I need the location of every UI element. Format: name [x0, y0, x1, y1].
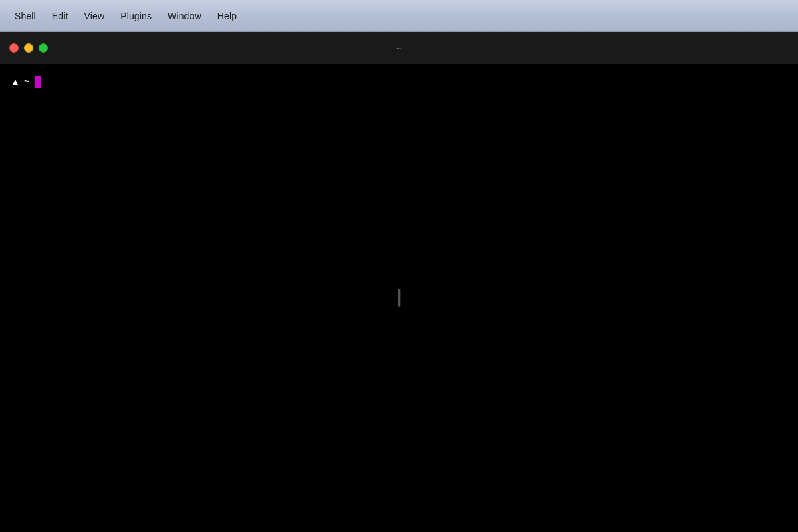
text-cursor-center: ┃	[395, 289, 404, 307]
prompt-directory: ~	[24, 76, 29, 87]
terminal-content[interactable]: ▲ ~ ┃	[0, 64, 798, 532]
menu-help[interactable]: Help	[211, 8, 243, 24]
traffic-lights	[9, 43, 48, 53]
menubar: Shell Edit View Plugins Window Help	[0, 0, 798, 32]
terminal-title: ~	[396, 43, 402, 53]
menu-view[interactable]: View	[78, 8, 112, 24]
maximize-button[interactable]	[39, 43, 48, 53]
terminal-titlebar: ~	[0, 32, 798, 64]
terminal-cursor	[35, 76, 41, 88]
menu-plugins[interactable]: Plugins	[114, 8, 158, 24]
menu-edit[interactable]: Edit	[45, 8, 75, 24]
menu-shell[interactable]: Shell	[8, 8, 43, 24]
menu-window[interactable]: Window	[161, 8, 208, 24]
prompt-arrow-icon: ▲	[11, 76, 20, 87]
minimize-button[interactable]	[24, 43, 33, 53]
terminal-window: ~ ▲ ~ ┃	[0, 32, 798, 532]
prompt-line: ▲ ~	[11, 76, 787, 88]
close-button[interactable]	[9, 43, 19, 53]
